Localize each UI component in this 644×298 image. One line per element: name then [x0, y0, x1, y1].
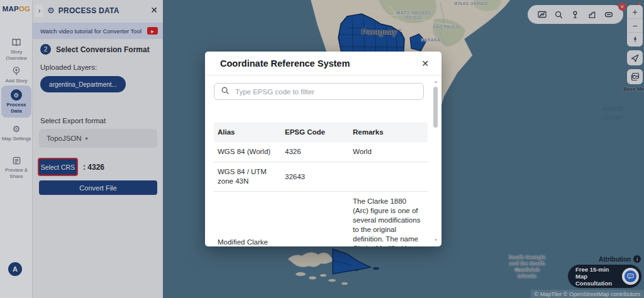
close-icon[interactable]: ✕	[421, 58, 429, 69]
scroll-up-icon[interactable]: ▲	[433, 79, 438, 84]
epsg-search-box	[214, 83, 424, 100]
cell-epsg-code: 4326	[281, 142, 349, 162]
cell-epsg-code: 7013	[281, 242, 349, 247]
modal-header: Coordinate Reference System ✕	[205, 52, 441, 75]
cell-remarks: World	[349, 142, 428, 162]
table-row[interactable]: WGS 84 (World) 4326 World	[214, 142, 428, 162]
column-header-alias: Alias	[214, 123, 281, 142]
cell-remarks: The Clarke 1880 (Arc) figure is one of s…	[349, 192, 428, 246]
cell-alias: WGS 84 (World)	[214, 142, 281, 162]
app-root: Paraguay MATO GROSSO DO SUL SÃO PAULO PA…	[0, 0, 644, 298]
scroll-down-icon[interactable]: ▼	[433, 238, 438, 242]
cell-alias: Modified Clarke 1880 (South Africa)	[214, 233, 281, 247]
cell-epsg-code: 32643	[281, 167, 349, 187]
search-icon	[221, 86, 230, 97]
modal-scrollbar[interactable]: ▲ ▼	[433, 79, 439, 243]
crs-table: Alias EPSG Code Remarks WGS 84 (World) 4…	[214, 123, 428, 246]
crs-modal: Coordinate Reference System ✕ Alias EPSG…	[205, 52, 441, 246]
column-header-remarks: Remarks	[349, 123, 428, 142]
cell-remarks	[349, 162, 428, 191]
table-row[interactable]: WGS 84 / UTM zone 43N 32643	[214, 162, 428, 192]
epsg-search-input[interactable]	[235, 88, 417, 96]
table-row[interactable]: Modified Clarke 1880 (South Africa) 7013…	[214, 192, 428, 246]
cell-alias: WGS 84 / UTM zone 43N	[214, 162, 281, 191]
modal-title: Coordinate Reference System	[220, 58, 421, 69]
scrollbar-thumb[interactable]	[433, 87, 438, 128]
table-header-row: Alias EPSG Code Remarks	[214, 123, 428, 142]
column-header-epsg-code: EPSG Code	[281, 123, 349, 142]
